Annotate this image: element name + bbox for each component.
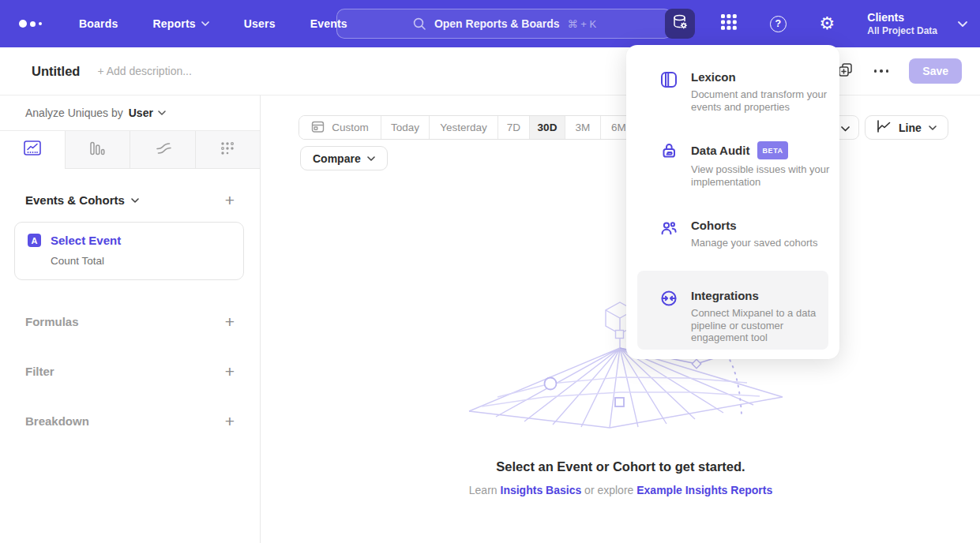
formulas-label: Formulas bbox=[25, 315, 79, 328]
breakdown-label: Breakdown bbox=[25, 414, 89, 428]
date-range-label: Custom bbox=[332, 122, 369, 133]
breakdown-row: Breakdown + bbox=[0, 413, 260, 429]
analyze-by-dropdown[interactable]: User bbox=[129, 107, 166, 119]
events-cohorts-dropdown[interactable]: Events & Cohorts bbox=[25, 193, 139, 207]
nav-item-boards[interactable]: Boards bbox=[79, 17, 118, 30]
report-description-placeholder[interactable]: + Add description... bbox=[97, 65, 191, 77]
more-options-icon[interactable] bbox=[871, 66, 892, 76]
help-button[interactable]: ? bbox=[763, 9, 793, 39]
org-name: Clients bbox=[867, 11, 937, 24]
add-event-button[interactable]: + bbox=[225, 192, 235, 208]
report-header-actions: Save bbox=[837, 58, 962, 84]
compare-dropdown[interactable]: Compare bbox=[300, 146, 388, 170]
chevron-down-icon bbox=[958, 21, 967, 27]
menu-item-description: Document and transform your events and p… bbox=[691, 88, 843, 113]
filter-label: Filter bbox=[25, 365, 54, 378]
select-event-button[interactable]: Select Event bbox=[51, 234, 121, 247]
search-shortcut: ⌘ + K bbox=[568, 18, 597, 30]
date-range-today[interactable]: Today bbox=[381, 116, 430, 139]
formulas-row: Formulas + bbox=[0, 313, 260, 330]
bar-chart-tab-icon bbox=[89, 140, 105, 159]
date-range-yesterday[interactable]: Yesterday bbox=[430, 116, 498, 139]
event-card[interactable]: A Select Event Count Total bbox=[14, 222, 244, 280]
menu-item-description: Manage your saved cohorts bbox=[691, 237, 843, 249]
calendar-icon bbox=[311, 120, 325, 136]
lexicon-book-icon bbox=[659, 70, 678, 113]
date-range-control: Custom Today Yesterday 7D 30D 3M 6M bbox=[299, 115, 637, 140]
menu-item-title: Cohorts bbox=[691, 219, 737, 233]
line-chart-icon bbox=[877, 120, 892, 135]
menu-item-lexicon[interactable]: Lexicon Document and transform your even… bbox=[626, 70, 839, 113]
integrations-sync-icon bbox=[659, 289, 678, 344]
menu-item-title: Integrations bbox=[691, 289, 759, 303]
settings-button[interactable]: ⚙ bbox=[812, 9, 842, 39]
date-range-7d[interactable]: 7D bbox=[498, 116, 530, 139]
tab-insights-line-chart[interactable] bbox=[0, 131, 66, 168]
chart-style-dropdown[interactable]: Line bbox=[865, 115, 948, 140]
top-navigation-bar: Boards Reports Users Events Open Reports… bbox=[0, 0, 980, 47]
date-range-30d[interactable]: 30D bbox=[530, 116, 565, 139]
apps-grid-button[interactable] bbox=[714, 9, 744, 39]
tab-bar-chart[interactable] bbox=[66, 131, 131, 168]
tab-metrics[interactable] bbox=[196, 131, 261, 168]
date-range-label: 30D bbox=[538, 122, 558, 133]
menu-item-title: Data Audit bbox=[691, 144, 749, 158]
date-range-custom[interactable]: Custom bbox=[299, 116, 381, 139]
events-cohorts-header: Events & Cohorts + bbox=[0, 192, 260, 208]
menu-item-data-audit[interactable]: Data Audit BETA View possible issues wit… bbox=[626, 141, 839, 188]
chart-type-tabs bbox=[0, 131, 260, 169]
report-title[interactable]: Untitled bbox=[32, 64, 80, 79]
chevron-down-icon bbox=[841, 121, 850, 135]
data-management-button[interactable] bbox=[665, 9, 695, 39]
date-range-label: Today bbox=[391, 122, 419, 133]
example-reports-link[interactable]: Example Insights Reports bbox=[636, 484, 772, 496]
nav-item-users[interactable]: Users bbox=[244, 17, 276, 30]
nav-item-reports[interactable]: Reports bbox=[152, 17, 208, 30]
menu-item-description: Connect Mixpanel to a data pipeline or c… bbox=[691, 307, 843, 344]
tab-flow-chart[interactable] bbox=[130, 131, 196, 168]
project-selector[interactable]: Clients All Project Data bbox=[867, 11, 937, 36]
date-range-label: 7D bbox=[507, 122, 520, 133]
events-cohorts-label: Events & Cohorts bbox=[25, 193, 125, 207]
data-management-menu: Lexicon Document and transform your even… bbox=[626, 45, 839, 359]
add-formula-button[interactable]: + bbox=[225, 313, 235, 330]
project-name: All Project Data bbox=[867, 25, 937, 36]
nav-label: Boards bbox=[79, 17, 118, 30]
mixpanel-logo[interactable] bbox=[19, 20, 47, 28]
primary-nav: Boards Reports Users Events bbox=[79, 17, 347, 30]
date-range-label: 3M bbox=[576, 122, 591, 133]
chevron-down-icon bbox=[201, 21, 209, 26]
event-aggregation-dropdown[interactable]: Count Total bbox=[51, 255, 231, 267]
learn-prefix: Learn bbox=[469, 484, 498, 496]
empty-state-subtitle: Learn Insights Basics or explore Example… bbox=[261, 484, 980, 496]
date-range-label: 6M bbox=[611, 122, 626, 133]
menu-item-description: View possible issues with your implement… bbox=[691, 163, 843, 188]
empty-state-title: Select an Event or Cohort to get started… bbox=[261, 459, 980, 474]
or-explore-text: or explore bbox=[584, 484, 633, 496]
menu-item-cohorts[interactable]: Cohorts Manage your saved cohorts bbox=[626, 219, 839, 249]
analyze-prefix-label: Analyze Uniques by bbox=[25, 107, 123, 119]
chart-style-label: Line bbox=[899, 122, 922, 134]
query-builder-sidebar: Analyze Uniques by User bbox=[0, 95, 261, 543]
add-breakdown-button[interactable]: + bbox=[225, 413, 235, 429]
nav-label: Users bbox=[244, 17, 276, 30]
flow-chart-tab-icon bbox=[154, 141, 171, 159]
nav-label: Reports bbox=[152, 17, 195, 30]
menu-item-integrations[interactable]: Integrations Connect Mixpanel to a data … bbox=[637, 289, 828, 344]
topnav-right-cluster: ? ⚙ Clients All Project Data bbox=[665, 0, 967, 47]
save-button[interactable]: Save bbox=[909, 58, 962, 84]
date-range-3m[interactable]: 3M bbox=[565, 116, 601, 139]
beta-badge: BETA bbox=[757, 141, 787, 159]
global-search-input[interactable]: Open Reports & Boards ⌘ + K bbox=[336, 9, 672, 39]
compare-label: Compare bbox=[313, 152, 361, 165]
search-placeholder: Open Reports & Boards bbox=[434, 17, 560, 30]
search-icon bbox=[412, 17, 426, 31]
event-letter-badge: A bbox=[28, 234, 41, 247]
menu-item-integrations-highlight[interactable]: Integrations Connect Mixpanel to a data … bbox=[637, 271, 828, 350]
add-filter-button[interactable]: + bbox=[225, 363, 235, 380]
line-chart-tab-icon bbox=[24, 140, 41, 159]
insights-basics-link[interactable]: Insights Basics bbox=[501, 484, 582, 496]
settings-gear-icon: ⚙ bbox=[819, 15, 835, 32]
date-range-label: Yesterday bbox=[440, 122, 487, 133]
menu-item-title: Lexicon bbox=[691, 70, 736, 84]
